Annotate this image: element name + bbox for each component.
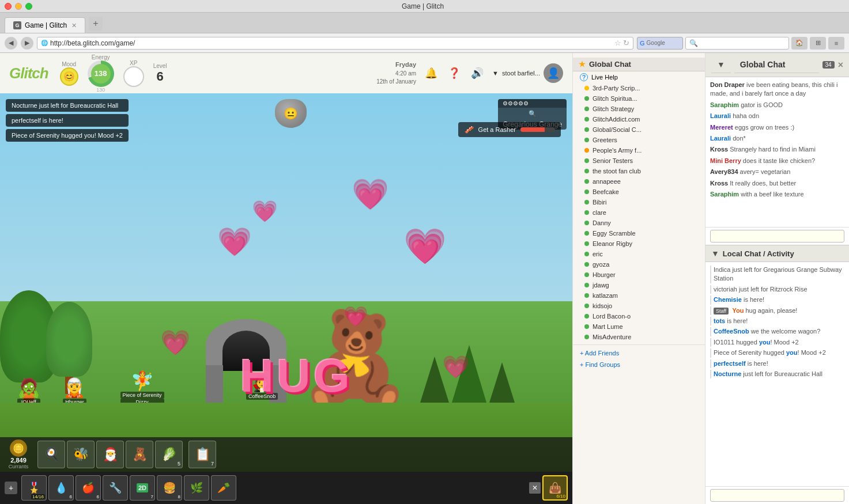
star-icon[interactable]: ☆ <box>614 39 621 47</box>
global-chat-input[interactable] <box>710 230 844 242</box>
msg-text-5: don* <box>733 135 746 142</box>
inv-slot-5[interactable]: 🥬5 <box>155 441 183 468</box>
inv2-slot-5[interactable]: 2D 7 <box>130 475 155 501</box>
sidebar-item-18[interactable]: Hburger <box>573 270 705 280</box>
sidebar-item-1[interactable]: Glitch Spiritua... <box>573 93 705 104</box>
sidebar-item-4[interactable]: Global/Social C... <box>573 124 705 135</box>
inventory-row2: + 🎖️14/16 💧6 🍎6 🔧 2D 7 🍔8 🌿 🥕 ✕ <box>0 472 572 504</box>
sidebar-item-24[interactable]: MisAdventure <box>573 332 705 342</box>
search-icon: 🔍 <box>689 39 698 47</box>
location-icon-decoration: 🔍 <box>529 110 537 117</box>
inv-expand-btn[interactable]: + <box>5 482 17 494</box>
inv-slot-4[interactable]: 🧸 <box>126 441 153 468</box>
global-chat-toggle-icon[interactable]: ▼ <box>711 56 731 73</box>
tab-bar: G Game | Glitch ✕ + <box>0 13 849 33</box>
inv-slot-2[interactable]: 🐝 <box>67 441 95 468</box>
inv-slot-6[interactable]: 📋7 <box>188 441 216 468</box>
sidebar-label-24: MisAdventure <box>593 334 631 340</box>
sidebar-item-21[interactable]: kidsojo <box>573 301 705 311</box>
sidebar-item-14[interactable]: Eggy Scramble <box>573 228 705 238</box>
sidebar-item-6[interactable]: People's Army f... <box>573 145 705 156</box>
dropdown-arrow-icon[interactable]: ▼ <box>492 70 499 77</box>
sidebar-label-13: Danny <box>593 219 611 226</box>
sound-icon[interactable]: 🔊 <box>469 65 485 81</box>
inv2-close-btn[interactable]: ✕ <box>529 482 541 494</box>
close-button[interactable] <box>5 3 12 10</box>
sidebar-items: 3rd-Party Scrip...Glitch Spiritua...Glit… <box>573 83 705 342</box>
sidebar-item-12[interactable]: clare <box>573 207 705 218</box>
local-chat-input[interactable] <box>710 489 844 502</box>
inv-slot-3[interactable]: 🎅 <box>96 441 124 468</box>
sidebar-item-7[interactable]: Senior Testers <box>573 156 705 166</box>
sidebar-live-help[interactable]: ? Live Help <box>573 71 705 83</box>
sidebar-item-13[interactable]: Danny <box>573 218 705 228</box>
sidebar-item-10[interactable]: Beefcake <box>573 187 705 197</box>
rock-item[interactable]: 😐 <box>275 99 307 128</box>
sidebar-item-16[interactable]: eric <box>573 249 705 259</box>
sidebar-label-3: GlitchAddict.com <box>593 116 640 123</box>
find-groups-link[interactable]: + Find Groups <box>573 359 705 370</box>
sidebar-dot-19 <box>584 283 589 287</box>
inv-slot-1[interactable]: 🍳 <box>37 441 65 468</box>
currency-label: Currants <box>9 464 29 469</box>
sidebar-item-5[interactable]: Greeters <box>573 135 705 145</box>
global-chat-close-icon[interactable]: × <box>838 60 843 70</box>
question-icon: ? <box>580 73 588 81</box>
activity-text-8b: ! Mood +2 <box>798 349 826 356</box>
new-tab-button[interactable]: + <box>89 17 103 31</box>
back-button[interactable]: ◀ <box>5 37 17 50</box>
search-input-area[interactable]: 🔍 <box>685 37 789 50</box>
sidebar-item-9[interactable]: annapeee <box>573 176 705 187</box>
refresh-icon[interactable]: ↻ <box>623 39 629 47</box>
add-friends-link[interactable]: + Add Friends <box>573 347 705 359</box>
sidebar-item-23[interactable]: Mart Lume <box>573 321 705 332</box>
inv2-slot-7[interactable]: 🌿 <box>184 475 209 501</box>
sidebar-item-3[interactable]: GlitchAddict.com <box>573 114 705 124</box>
sidebar-item-17[interactable]: gyoza <box>573 259 705 270</box>
item-pickup[interactable]: 🥓 Get a Rasher <box>458 122 561 137</box>
chat-msg-3: Laurali haha odn <box>710 112 844 120</box>
activity-msg-8: Piece of Serenity hugged you! Mood +2 <box>710 348 844 357</box>
inv2-slot-6[interactable]: 🍔8 <box>157 475 182 501</box>
sidebar-item-15[interactable]: Eleanor Rigby <box>573 238 705 249</box>
help-icon[interactable]: ❓ <box>446 65 462 81</box>
forward-button[interactable]: ▶ <box>21 37 33 50</box>
sidebar-label-4: Global/Social C... <box>593 126 642 133</box>
game-world: 🧸 HUG 💗 💗 💗 💗 💗 💗 💗 💗 💗 😐 ⚙⚙⚙⚙⚙ <box>0 93 572 472</box>
active-tab[interactable]: G Game | Glitch ✕ <box>5 17 85 33</box>
game-container: Glitch Mood 😊 Energy 138 130 XP <box>0 53 849 504</box>
extensions-button[interactable]: ⊞ <box>810 37 826 50</box>
sidebar-item-19[interactable]: jdawg <box>573 280 705 290</box>
sidebar-item-2[interactable]: Glitch Strategy <box>573 104 705 114</box>
notification-bell-icon[interactable]: 🔔 <box>423 65 439 81</box>
local-chat-toggle-icon[interactable]: ▼ <box>711 249 719 258</box>
minimize-button[interactable] <box>15 3 22 10</box>
chat-msg-6: Kross Strangely hard to find in Miami <box>710 145 844 154</box>
home-button[interactable]: 🏠 <box>791 37 808 50</box>
avatar[interactable]: 👤 <box>544 63 563 83</box>
inv2-slot-2[interactable]: 💧6 <box>48 475 74 501</box>
header-right: Fryday 4:20 am 12th of January 🔔 ❓ 🔊 ▼ s… <box>376 60 563 85</box>
sidebar-global-chat-header[interactable]: ★ Global Chat <box>573 58 705 71</box>
username-label[interactable]: stoot barfiel... <box>502 70 540 77</box>
sidebar-item-0[interactable]: 3rd-Party Scrip... <box>573 83 705 93</box>
sidebar-dot-20 <box>584 293 589 298</box>
maximize-button[interactable] <box>25 3 32 10</box>
inv2-slot-3[interactable]: 🍎6 <box>76 475 101 501</box>
chat-msg-1: Don Draper ive been eating beans, this c… <box>710 81 844 98</box>
heart-2: 💗 <box>252 199 278 223</box>
sidebar-item-22[interactable]: Lord Bacon-o <box>573 311 705 321</box>
tree-foliage-2 <box>46 302 92 377</box>
menu-button[interactable]: ≡ <box>828 37 844 50</box>
url-bar[interactable]: 🌐 http://beta.glitch.com/game/ ☆ ↻ <box>37 37 633 50</box>
sidebar-item-20[interactable]: katlazam <box>573 290 705 301</box>
inv2-slot-8[interactable]: 🥕 <box>211 475 236 501</box>
inv2-slot-4[interactable]: 🔧 <box>103 475 128 501</box>
you-badge: You <box>732 307 744 314</box>
level-label: Level <box>153 63 167 69</box>
sidebar-item-11[interactable]: Bibiri <box>573 197 705 207</box>
inv2-slot-1[interactable]: 🎖️14/16 <box>21 475 47 501</box>
inv2-slot-active[interactable]: 👜6/10 <box>542 475 568 501</box>
tab-close-icon[interactable]: ✕ <box>71 22 77 29</box>
sidebar-item-8[interactable]: the stoot fan club <box>573 166 705 176</box>
